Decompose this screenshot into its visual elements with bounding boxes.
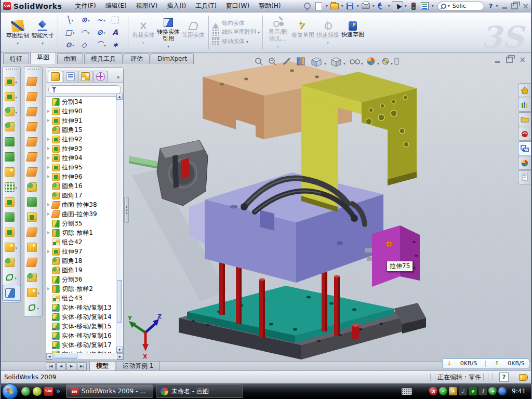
taskbar-window-button[interactable]: SW SolidWorks 2009 - ... <box>66 384 153 398</box>
sketch-entity-button[interactable]: ╲ <box>62 16 77 23</box>
tree-item[interactable]: 圆角16 <box>47 181 123 191</box>
command-button[interactable]: 线性草图阵列 <box>211 28 260 36</box>
keyboard-layout-icon[interactable] <box>402 388 412 395</box>
tree-item[interactable]: 圆角18 <box>47 256 123 265</box>
command-button[interactable]: 等距实体 <box>181 19 206 46</box>
surface-tool-button[interactable] <box>25 104 42 119</box>
tree-item[interactable]: 分割36 <box>47 275 123 284</box>
tree-item[interactable]: 拉伸90 <box>47 107 123 116</box>
expand-arrow-icon[interactable] <box>47 231 52 234</box>
feature-tool-button[interactable] <box>3 240 19 255</box>
select-tool-button[interactable] <box>392 1 403 11</box>
feature-tool-button[interactable] <box>3 224 19 240</box>
tree-item[interactable]: 圆角19 <box>47 265 123 275</box>
model-clamp-part[interactable] <box>129 140 208 206</box>
surface-tool-button[interactable] <box>25 149 42 164</box>
tree-item[interactable]: 拉伸91 <box>47 116 123 125</box>
feature-tool-button[interactable] <box>3 89 19 104</box>
tab-file-explorer[interactable] <box>518 112 531 126</box>
study-tab[interactable]: 运动算例 1 <box>116 362 160 371</box>
sketch-entity-button[interactable]: ◠ <box>77 29 93 36</box>
sketch-entity-button[interactable]: ~ <box>93 16 109 23</box>
dropdown-arrow-icon[interactable] <box>15 183 17 191</box>
tree-item[interactable]: 拉伸94 <box>47 153 123 163</box>
dropdown-arrow-icon[interactable] <box>277 42 279 49</box>
expand-arrow-icon[interactable] <box>47 110 52 113</box>
sketch-entity-button[interactable]: □ <box>62 29 77 36</box>
restore-icon[interactable] <box>511 3 518 9</box>
feature-tool-button[interactable] <box>3 149 19 164</box>
dropdown-arrow-icon[interactable] <box>327 38 329 46</box>
tab-scroll-button[interactable]: ▶ <box>66 362 76 370</box>
print-button[interactable] <box>361 2 370 11</box>
doc-close-icon[interactable]: × <box>519 57 526 62</box>
surface-tool-button[interactable] <box>25 74 42 89</box>
tray-icon[interactable]: x <box>429 387 437 395</box>
dropdown-arrow-icon[interactable] <box>167 42 169 49</box>
pin-icon[interactable] <box>303 2 312 11</box>
toolbar-grip[interactable] <box>28 69 39 72</box>
command-button[interactable]: 修复草图 <box>290 19 315 46</box>
tree-item[interactable]: 实体-移动/复制15 <box>47 322 123 331</box>
tab-featuremanager[interactable] <box>48 71 62 82</box>
ribbon-tab[interactable]: 评估 <box>124 54 150 64</box>
model-mold-block[interactable] <box>189 172 384 283</box>
taskbar-clock[interactable]: 9:41 <box>512 388 526 395</box>
tree-item[interactable]: 拉伸93 <box>47 144 123 153</box>
feature-tool-button[interactable] <box>3 179 19 194</box>
expand-arrow-icon[interactable] <box>47 138 52 141</box>
sketch-entity-button[interactable]: ⊘ <box>93 29 109 36</box>
surface-tool-button[interactable] <box>25 119 42 134</box>
dropdown-arrow-icon[interactable] <box>37 289 39 296</box>
surface-tool-button[interactable] <box>25 194 42 209</box>
surface-tool-button[interactable] <box>25 164 42 179</box>
expand-arrow-icon[interactable] <box>47 175 52 178</box>
menu-item[interactable]: 帮助(H) <box>254 1 285 11</box>
surface-tool-button[interactable] <box>25 179 42 194</box>
menu-item[interactable]: 插入(I) <box>162 1 191 11</box>
expand-arrow-icon[interactable] <box>47 250 52 253</box>
tab-scroll-button[interactable]: ▶| <box>77 362 87 370</box>
tree-item[interactable]: 曲面-拉伸39 <box>47 209 123 219</box>
dropdown-arrow-icon[interactable] <box>72 41 74 48</box>
menu-item[interactable]: 工具(T) <box>191 1 221 11</box>
ribbon-tab[interactable]: 曲面 <box>57 54 83 64</box>
feature-tool-button[interactable] <box>3 194 19 209</box>
panel-splitter-handle[interactable] <box>124 197 129 223</box>
dropdown-arrow-icon[interactable] <box>258 29 260 35</box>
feature-tool-button[interactable] <box>3 270 19 285</box>
scroll-thumb[interactable] <box>117 280 122 323</box>
ribbon-tab[interactable]: 草图 <box>30 52 56 64</box>
expand-arrow-icon[interactable] <box>47 119 52 122</box>
tab-view-palette[interactable] <box>518 141 531 155</box>
surface-tool-button[interactable] <box>25 255 42 270</box>
dropdown-arrow-icon[interactable] <box>103 16 105 23</box>
tree-item[interactable]: 分割34 <box>47 97 123 107</box>
menu-item[interactable]: 视图(V) <box>131 1 163 11</box>
tab-dimxpertmanager[interactable] <box>93 71 108 82</box>
command-button[interactable]: 移动实体 <box>211 37 260 46</box>
sketch-entity-button[interactable]: ⊖ <box>62 41 77 48</box>
feature-tool-button[interactable] <box>3 104 19 119</box>
menu-item[interactable]: 窗口(W) <box>221 1 254 11</box>
dropdown-arrow-icon[interactable] <box>88 16 90 23</box>
command-button[interactable]: 剪裁实体 <box>131 19 156 46</box>
tab-design-library[interactable] <box>518 98 531 112</box>
panel-more-chevron-icon[interactable]: » <box>115 74 122 82</box>
tree-item[interactable]: 实体-移动/复制14 <box>47 312 123 322</box>
tray-icon[interactable]: ✓ <box>439 387 447 395</box>
dropdown-arrow-icon[interactable] <box>103 29 105 36</box>
tree-item[interactable]: 拉伸96 <box>47 172 123 181</box>
dropdown-arrow-icon[interactable] <box>142 38 144 46</box>
doc-restore-icon[interactable] <box>506 57 513 63</box>
taskbar-window-button[interactable]: 未命名 - 画图 <box>156 384 243 398</box>
command-button[interactable]: 快速草图 <box>340 20 365 45</box>
ribbon-tab[interactable]: 模具工具 <box>84 54 123 64</box>
tray-icon[interactable]: ● <box>469 387 477 395</box>
sketch-entity-button[interactable]: ⊙ <box>77 16 93 23</box>
sketch-entity-button[interactable]: ∗ <box>109 41 124 48</box>
tree-horizontal-scrollbar[interactable]: ◀ ▶ <box>46 353 123 360</box>
scroll-left-icon[interactable]: ◀ <box>46 353 52 360</box>
ribbon-tab[interactable]: DimXpert <box>151 54 194 64</box>
dropdown-arrow-icon[interactable] <box>17 39 19 46</box>
